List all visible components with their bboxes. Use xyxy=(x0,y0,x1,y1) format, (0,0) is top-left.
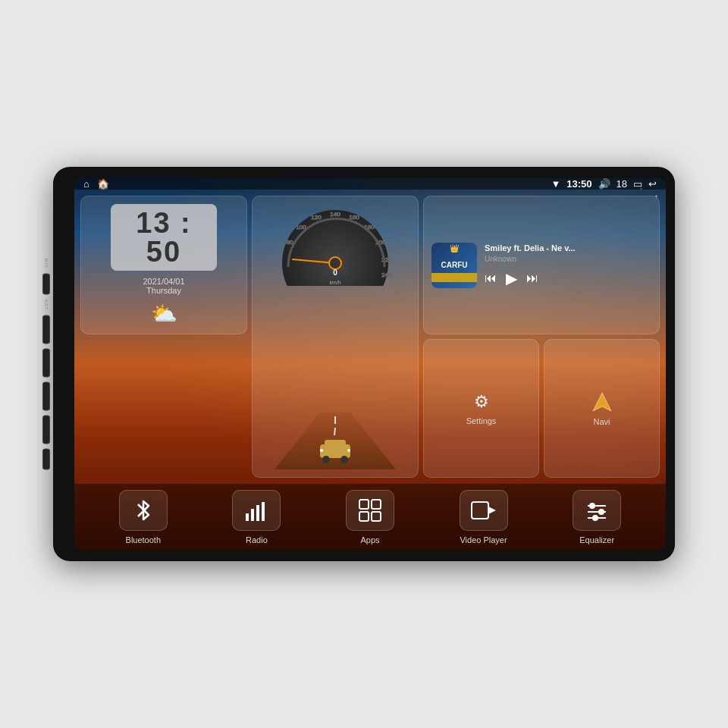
mic-label: MIC xyxy=(44,259,49,269)
svg-rect-27 xyxy=(359,500,369,509)
road-svg xyxy=(267,413,403,469)
svg-rect-24 xyxy=(251,509,254,521)
svg-point-34 xyxy=(589,503,595,509)
window-icon[interactable]: ▭ xyxy=(633,178,642,190)
song-artist: Unknown xyxy=(485,255,651,263)
svg-text:km/h: km/h xyxy=(329,280,340,285)
next-button[interactable]: ⏭ xyxy=(526,271,538,285)
settings-label: Settings xyxy=(466,416,497,425)
side-btn-back[interactable] xyxy=(42,382,50,411)
equalizer-label: Equalizer xyxy=(579,535,614,544)
apps-icon xyxy=(358,498,382,522)
speedometer-widget[interactable]: 80 100 120 140 160 180 200 220 240 xyxy=(252,196,419,478)
svg-marker-32 xyxy=(488,507,496,514)
screen-wrapper: ✦ ✦ ✦ ⌂ 🏠 ▼ 13:50 🔊 18 ▭ ↩ xyxy=(74,178,666,550)
svg-rect-17 xyxy=(325,440,346,449)
svg-line-15 xyxy=(334,428,335,435)
clock-widget[interactable]: 13 : 50 2021/04/01 Thursday ⛅ xyxy=(80,196,247,334)
clock-time: 13 : 50 xyxy=(121,209,206,266)
svg-rect-31 xyxy=(472,502,488,519)
ribbon xyxy=(431,273,477,282)
bluetooth-button[interactable]: Bluetooth xyxy=(86,490,200,544)
side-btn-1[interactable] xyxy=(42,274,50,295)
main-screen: ✦ ✦ ✦ ⌂ 🏠 ▼ 13:50 🔊 18 ▭ ↩ xyxy=(74,178,666,550)
side-btn-power[interactable] xyxy=(42,315,50,344)
play-button[interactable]: ▶ xyxy=(506,269,517,287)
status-time: 13:50 xyxy=(566,178,592,190)
svg-point-38 xyxy=(592,515,598,521)
navi-label: Navi xyxy=(593,417,610,426)
bottom-bar: Bluetooth Radio xyxy=(74,484,666,550)
svg-point-11 xyxy=(329,257,341,269)
bluetooth-label: Bluetooth xyxy=(126,535,161,544)
car-head-unit: MIC RST ✦ ✦ ✦ ⌂ 🏠 ▼ 13:50 xyxy=(53,167,675,561)
svg-point-36 xyxy=(598,509,604,515)
svg-rect-28 xyxy=(372,500,381,509)
video-label: Video Player xyxy=(460,535,507,544)
clock-day: Thursday xyxy=(146,286,181,295)
clock-display: 13 : 50 xyxy=(111,204,217,271)
nav-buttons: ⚙ Settings Navi xyxy=(423,339,660,478)
equalizer-icon xyxy=(585,500,609,521)
music-info: Smiley ft. Delia - Ne v... Unknown ⏮ ▶ ⏭ xyxy=(485,243,651,287)
svg-point-19 xyxy=(340,456,348,463)
svg-text:0: 0 xyxy=(333,268,337,277)
back-icon[interactable]: ↩ xyxy=(648,178,657,190)
album-logo: CARFU xyxy=(441,261,468,269)
rst-label: RST xyxy=(44,300,49,311)
physical-side-buttons: MIC RST xyxy=(42,259,50,470)
prev-button[interactable]: ⏮ xyxy=(485,271,497,285)
settings-button[interactable]: ⚙ Settings xyxy=(423,339,539,478)
svg-marker-22 xyxy=(593,393,611,411)
volume-icon[interactable]: 🔊 xyxy=(598,178,610,190)
apps-icon-box xyxy=(346,490,394,531)
navi-button[interactable]: Navi xyxy=(544,339,660,478)
svg-rect-29 xyxy=(359,512,369,521)
apps-label: Apps xyxy=(360,535,379,544)
equalizer-button[interactable]: Equalizer xyxy=(540,490,654,544)
crown-icon: 👑 xyxy=(450,244,459,253)
radio-label: Radio xyxy=(246,535,268,544)
navi-icon xyxy=(592,391,613,413)
svg-point-20 xyxy=(320,449,323,452)
bluetooth-icon xyxy=(133,498,154,522)
status-bar: ⌂ 🏠 ▼ 13:50 🔊 18 ▭ ↩ xyxy=(74,178,666,190)
album-art: 👑 CARFU xyxy=(431,243,477,288)
svg-point-21 xyxy=(347,449,350,452)
svg-text:140: 140 xyxy=(330,211,340,218)
nav-home-icon[interactable]: 🏠 xyxy=(97,178,109,190)
video-icon xyxy=(471,500,497,520)
video-button[interactable]: Video Player xyxy=(427,490,541,544)
side-btn-home[interactable] xyxy=(42,349,50,378)
svg-rect-25 xyxy=(256,505,259,521)
side-btn-vol-down[interactable] xyxy=(42,449,50,470)
music-widget[interactable]: 👑 CARFU Smiley ft. Delia - Ne v... Unkno… xyxy=(423,196,660,334)
main-content: 13 : 50 2021/04/01 Thursday ⛅ xyxy=(74,190,666,484)
bluetooth-icon-box xyxy=(119,490,168,531)
speedometer-gauge: 80 100 120 140 160 180 200 220 240 xyxy=(275,202,396,286)
equalizer-icon-box xyxy=(573,490,621,531)
status-right: ▼ 13:50 🔊 18 ▭ ↩ xyxy=(551,178,657,190)
svg-point-18 xyxy=(322,456,330,463)
svg-text:240: 240 xyxy=(381,271,392,278)
home-icon[interactable]: ⌂ xyxy=(83,178,89,190)
music-controls: ⏮ ▶ ⏭ xyxy=(485,269,651,287)
road-container xyxy=(259,410,412,471)
settings-icon: ⚙ xyxy=(474,392,489,412)
side-btn-vol-up[interactable] xyxy=(42,416,50,444)
video-icon-box xyxy=(460,490,508,531)
weather-icon: ⛅ xyxy=(151,301,177,326)
volume-level: 18 xyxy=(617,178,627,190)
svg-rect-23 xyxy=(246,513,249,521)
clock-date: 2021/04/01 xyxy=(143,277,184,286)
apps-button[interactable]: Apps xyxy=(313,490,427,544)
song-title: Smiley ft. Delia - Ne v... xyxy=(485,243,651,253)
radio-icon xyxy=(244,500,268,521)
radio-icon-box xyxy=(232,490,281,531)
status-left: ⌂ 🏠 xyxy=(83,178,109,190)
svg-text:120: 120 xyxy=(311,214,322,221)
radio-button[interactable]: Radio xyxy=(200,490,314,544)
svg-rect-30 xyxy=(372,512,381,521)
svg-rect-26 xyxy=(262,502,265,521)
wifi-icon: ▼ xyxy=(551,178,560,190)
